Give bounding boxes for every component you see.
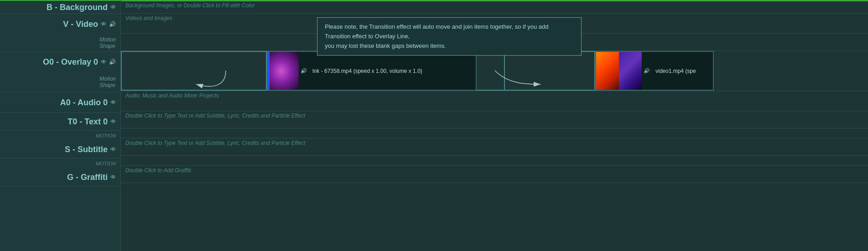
eye-icon-a0[interactable]: 👁 [110,99,116,106]
g-graffiti-content: Double Click to Add Graffiti [121,166,868,183]
tooltip-box: Please note, the Transition effect will … [317,17,582,56]
v-video-placeholder: Videos and Images [121,14,177,23]
motion-subtitle-text: MOTION [96,133,116,138]
vol-icon-v[interactable]: 🔊 [109,21,116,27]
b-background-placeholder: Background Images, or Double Click to Fi… [121,0,259,10]
t0-text-placeholder: Double Click to Type Text or Add Subtitl… [121,111,310,121]
sidebar: B - Background 👁 V - Video 👁 🔊 MotionSha… [0,0,121,251]
motion-shape-o-text: MotionShape [99,76,116,88]
motion-graffiti-text: MOTION [96,161,116,166]
s-subtitle-content: Double Click to Type Text or Add Subtitl… [121,138,868,156]
s-subtitle-label[interactable]: S - Subtitle 👁 [0,141,120,158]
motion-graf-content [121,156,868,166]
g-graffiti-text: G - Graffiti [67,173,108,182]
track-motion-subtitle: MOTION S - Subtitle 👁 [0,131,120,159]
g-graffiti-placeholder: Double Click to Add Graffiti [121,166,196,175]
o0-overlay-content: 🔊 lnk - 67358.mp4 (speed x 1.00, volume … [121,51,868,91]
eye-icon-b[interactable]: 👁 [110,4,116,10]
tooltip-line1: Please note, the Transition effect will … [325,23,548,40]
vol-icon-o0[interactable]: 🔊 [109,59,116,65]
s-subtitle-placeholder: Double Click to Type Text or Add Subtitl… [121,138,310,148]
track-b-background: B - Background 👁 [0,0,120,14]
motion-shape-v-text: MotionShape [99,36,116,49]
v-video-label[interactable]: V - Video 👁 🔊 [0,14,120,34]
vol-icon-ink: 🔊 [301,68,307,74]
track-t0-text: T0 - Text 0 👁 [0,113,120,131]
track-motion-graffiti: MOTION G - Graffiti 👁 [0,159,120,186]
vol-icon-video1: 🔊 [644,68,650,74]
left-gap [121,51,267,91]
track-a0-audio: A0 - Audio 0 👁 [0,92,120,113]
motion-subtitle-label: MOTION [0,131,120,141]
a0-audio-label[interactable]: A0 - Audio 0 👁 [0,92,120,113]
t0-text-label[interactable]: T0 - Text 0 👁 [0,113,120,130]
video1-thumb-purple [619,52,642,90]
ink-thumbnail [270,52,299,90]
b-background-content: Background Images, or Double Click to Fi… [121,0,868,14]
between-clips-gap [477,51,504,91]
motion-shape-o-label: MotionShape [0,72,120,92]
g-graffiti-label[interactable]: G - Graffiti 👁 [0,169,120,186]
b-background-label[interactable]: B - Background 👁 [0,0,120,14]
video1-clip[interactable]: 🔊 video1.mp4 (spe [595,51,714,91]
t0-text-text: T0 - Text 0 [68,117,108,127]
track-o0-overlay: O0 - Overlay 0 👁 🔊 MotionShape [0,52,120,92]
motion-sub-content [121,128,868,138]
v-video-text: V - Video [63,20,98,29]
right-gap [504,51,595,91]
eye-icon-o0[interactable]: 👁 [101,59,106,65]
video1-thumb-orange [596,52,619,90]
o0-overlay-label[interactable]: O0 - Overlay 0 👁 🔊 [0,52,120,72]
s-subtitle-text: S - Subtitle [65,145,108,154]
tooltip-line2: you may lost these blank gaps between it… [325,42,446,49]
main-content: Background Images, or Double Click to Fi… [121,0,868,251]
eye-icon-t0[interactable]: 👁 [110,118,116,125]
t0-text-content: Double Click to Type Text or Add Subtitl… [121,111,868,128]
ink-clip[interactable]: 🔊 lnk - 67358.mp4 (speed x 1.00, volume … [267,51,477,91]
b-background-text: B - Background [47,3,108,12]
motion-graffiti-label: MOTION [0,159,120,169]
eye-icon-v[interactable]: 👁 [101,21,106,27]
video1-clip-label: video1.mp4 (spe [652,68,700,74]
motion-shape-v-label: MotionShape [0,34,120,51]
eye-icon-s[interactable]: 👁 [110,146,116,153]
a0-audio-content: Audio, Music and Audio Mixer Projects [121,91,868,111]
o0-overlay-text: O0 - Overlay 0 [43,57,98,67]
track-v-video: V - Video 👁 🔊 MotionShape [0,14,120,52]
a0-audio-placeholder: Audio, Music and Audio Mixer Projects [121,91,223,101]
eye-icon-g[interactable]: 👁 [110,174,116,180]
ink-clip-label: lnk - 67358.mp4 (speed x 1.00, volume x … [309,68,426,74]
a0-audio-text: A0 - Audio 0 [60,98,108,108]
